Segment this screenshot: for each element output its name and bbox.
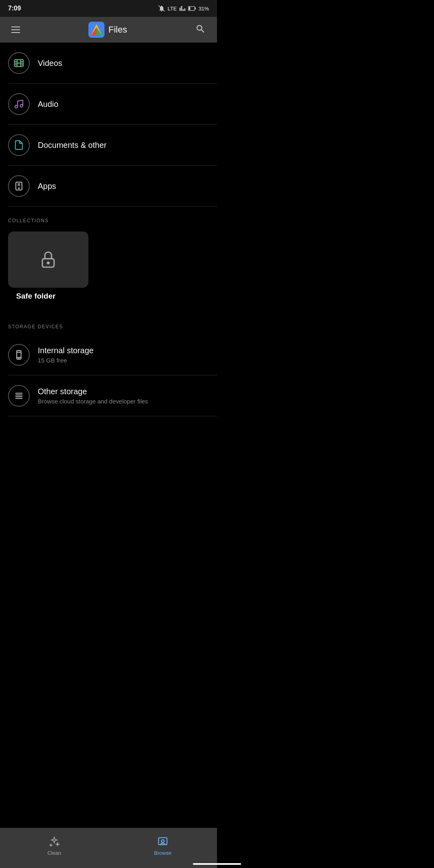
battery-icon bbox=[188, 6, 196, 11]
other-storage-text: Other storage Browse cloud storage and d… bbox=[38, 387, 148, 405]
other-storage-title: Other storage bbox=[38, 387, 148, 396]
apps-label: Apps bbox=[38, 182, 56, 191]
svg-point-27 bbox=[18, 358, 19, 358]
status-time: 7:09 bbox=[8, 5, 21, 12]
internal-storage-icon-circle bbox=[8, 344, 30, 366]
videos-label: Videos bbox=[38, 59, 62, 68]
apps-icon bbox=[14, 181, 24, 191]
signal-icon bbox=[179, 5, 186, 12]
files-logo bbox=[88, 22, 104, 38]
app-bar: Files bbox=[0, 17, 217, 43]
status-bar: 7:09 LTE 31% bbox=[0, 0, 217, 17]
status-icons: LTE 31% bbox=[158, 5, 209, 12]
documents-label: Documents & other bbox=[38, 141, 106, 150]
safe-folder-label: Safe folder bbox=[8, 288, 209, 301]
internal-storage-text: Internal storage 15 GB free bbox=[38, 346, 94, 364]
svg-rect-3 bbox=[195, 8, 196, 10]
search-icon bbox=[195, 24, 206, 34]
other-storage-icon-circle bbox=[8, 385, 30, 407]
audio-label: Audio bbox=[38, 100, 58, 109]
lock-icon bbox=[38, 250, 58, 270]
svg-rect-2 bbox=[188, 7, 190, 10]
mute-icon bbox=[158, 5, 165, 12]
svg-point-19 bbox=[18, 188, 19, 188]
collections-grid: Safe folder bbox=[0, 228, 217, 309]
other-storage-subtitle: Browse cloud storage and developer files bbox=[38, 398, 148, 405]
layers-icon bbox=[14, 391, 24, 401]
videos-icon-circle bbox=[8, 52, 30, 74]
category-apps[interactable]: Apps bbox=[0, 166, 217, 207]
hamburger-menu-button[interactable] bbox=[8, 23, 23, 36]
phone-storage-icon bbox=[14, 350, 24, 360]
audio-icon bbox=[14, 99, 24, 109]
storage-internal[interactable]: Internal storage 15 GB free bbox=[0, 334, 217, 375]
search-button[interactable] bbox=[192, 20, 209, 39]
category-documents[interactable]: Documents & other bbox=[0, 125, 217, 166]
svg-point-23 bbox=[47, 262, 49, 264]
document-icon bbox=[14, 140, 24, 150]
documents-icon-circle bbox=[8, 134, 30, 156]
internal-storage-subtitle: 15 GB free bbox=[38, 357, 94, 364]
apps-icon-circle bbox=[8, 175, 30, 197]
app-title: Files bbox=[108, 25, 127, 35]
collections-header: COLLECTIONS bbox=[0, 207, 217, 228]
safe-folder-card[interactable] bbox=[8, 231, 88, 288]
category-audio[interactable]: Audio bbox=[0, 84, 217, 125]
battery-pct: 31% bbox=[199, 6, 209, 12]
audio-icon-circle bbox=[8, 93, 30, 115]
video-icon bbox=[14, 58, 24, 68]
app-bar-center: Files bbox=[88, 22, 127, 38]
svg-point-17 bbox=[20, 104, 23, 107]
category-videos[interactable]: Videos bbox=[0, 43, 217, 84]
main-content: Videos Audio Documents & other bbox=[0, 43, 217, 416]
storage-header: STORAGE DEVICES bbox=[0, 313, 217, 334]
app-bar-left bbox=[8, 23, 23, 36]
lte-label: LTE bbox=[168, 6, 177, 12]
internal-storage-title: Internal storage bbox=[38, 346, 94, 355]
svg-point-16 bbox=[15, 105, 18, 108]
storage-other[interactable]: Other storage Browse cloud storage and d… bbox=[0, 375, 217, 416]
